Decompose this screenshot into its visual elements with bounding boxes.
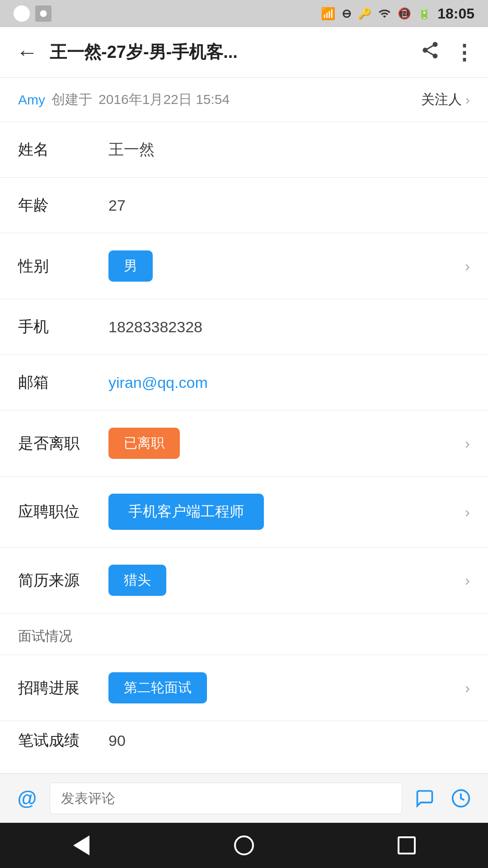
field-written-test-value: 90 <box>108 732 470 750</box>
more-icon[interactable]: ⋮ <box>454 40 474 65</box>
nav-home-icon <box>234 835 254 855</box>
nav-back-button[interactable] <box>63 827 99 863</box>
field-resume-source-label: 简历来源 <box>18 570 108 591</box>
field-written-test-label: 笔试成绩 <box>18 730 108 751</box>
battery-icon: 🔋 <box>418 7 431 20</box>
signal-icon <box>378 7 391 20</box>
field-position[interactable]: 应聘职位 手机客户端工程师 › <box>0 476 488 547</box>
interview-section-header: 面试情况 <box>0 613 488 655</box>
comment-icon-button[interactable] <box>411 785 438 812</box>
status-right-icons: 📶 ⊖ 🔑 📵 🔋 18:05 <box>321 5 474 22</box>
recruitment-badge: 第二轮面试 <box>108 672 207 703</box>
bottom-bar: @ <box>0 773 488 823</box>
share-icon[interactable] <box>420 40 440 64</box>
field-resume-source[interactable]: 简历来源 猎头 › <box>0 547 488 613</box>
app-bar-actions: ⋮ <box>420 40 474 65</box>
comment-input[interactable] <box>50 783 402 814</box>
minus-icon: ⊖ <box>342 7 352 21</box>
field-email-label: 邮箱 <box>18 372 108 393</box>
field-age-value: 27 <box>108 197 470 214</box>
detail-section: 姓名 王一然 年龄 27 性别 男 › 手机 18283382328 邮箱 yi… <box>0 122 488 773</box>
field-gender-value: 男 <box>108 250 465 282</box>
page-title: 王一然-27岁-男-手机客... <box>50 41 420 64</box>
svg-point-0 <box>40 10 47 17</box>
nav-back-icon <box>73 835 89 855</box>
field-age-label: 年龄 <box>18 195 108 216</box>
field-resigned-value: 已离职 <box>108 428 465 459</box>
gender-badge: 男 <box>108 250 153 282</box>
resigned-chevron-icon: › <box>465 434 470 452</box>
field-gender-label: 性别 <box>18 256 108 277</box>
followers-chevron-icon: › <box>465 92 470 108</box>
nav-recents-icon <box>398 836 416 854</box>
gender-chevron-icon: › <box>465 257 470 275</box>
field-written-test: 笔试成绩 90 <box>0 721 488 760</box>
app-bar: ← 王一然-27岁-男-手机客... ⋮ <box>0 27 488 78</box>
meta-row: Amy 创建于 2016年1月22日 15:54 关注人 › <box>0 78 488 122</box>
position-badge: 手机客户端工程师 <box>108 494 264 530</box>
author-name[interactable]: Amy <box>18 92 45 108</box>
field-age: 年龄 27 <box>0 178 488 233</box>
field-resigned[interactable]: 是否离职 已离职 › <box>0 410 488 476</box>
followers-link[interactable]: 关注人 › <box>421 90 470 109</box>
nav-bar <box>0 823 488 868</box>
field-phone-value: 18283382328 <box>108 318 470 336</box>
back-button[interactable]: ← <box>14 39 41 66</box>
field-recruitment-label: 招聘进展 <box>18 678 108 698</box>
resume-source-chevron-icon: › <box>465 571 470 589</box>
position-chevron-icon: › <box>465 503 470 521</box>
bluetooth-icon: 📶 <box>321 7 335 21</box>
field-name-label: 姓名 <box>18 139 108 160</box>
field-name-value: 王一然 <box>108 139 470 160</box>
field-position-label: 应聘职位 <box>18 501 108 522</box>
created-prefix: 创建于 <box>52 90 92 109</box>
followers-label: 关注人 <box>421 90 462 109</box>
resume-source-badge: 猎头 <box>108 565 166 596</box>
field-recruitment-value: 第二轮面试 <box>108 672 465 703</box>
field-position-value: 手机客户端工程师 <box>108 494 465 530</box>
status-left-icons <box>14 5 52 22</box>
interview-section-label: 面试情况 <box>18 628 72 643</box>
nav-home-button[interactable] <box>226 827 262 863</box>
field-recruitment-progress[interactable]: 招聘进展 第二轮面试 › <box>0 655 488 721</box>
meta-left: Amy 创建于 2016年1月22日 15:54 <box>18 90 230 109</box>
back-arrow-icon: ← <box>16 42 38 63</box>
time-display: 18:05 <box>437 5 474 22</box>
field-email-value[interactable]: yiran@qq.com <box>108 374 470 392</box>
wifi-icon <box>14 5 30 22</box>
field-phone: 手机 18283382328 <box>0 299 488 355</box>
key-icon: 🔑 <box>358 7 371 20</box>
field-resigned-label: 是否离职 <box>18 433 108 454</box>
field-resume-source-value: 猎头 <box>108 565 465 596</box>
resigned-badge: 已离职 <box>108 428 180 459</box>
status-bar: 📶 ⊖ 🔑 📵 🔋 18:05 <box>0 0 488 27</box>
signal-x-icon: 📵 <box>398 7 411 20</box>
created-date: 2016年1月22日 15:54 <box>99 90 230 109</box>
at-button[interactable]: @ <box>14 785 41 812</box>
field-phone-label: 手机 <box>18 316 108 337</box>
status-icon2 <box>35 5 52 22</box>
field-gender[interactable]: 性别 男 › <box>0 233 488 299</box>
at-symbol: @ <box>18 787 37 810</box>
recruitment-chevron-icon: › <box>465 679 470 697</box>
field-name: 姓名 王一然 <box>0 122 488 178</box>
field-email: 邮箱 yiran@qq.com <box>0 355 488 410</box>
nav-recents-button[interactable] <box>389 827 425 863</box>
clock-icon-button[interactable] <box>447 785 474 812</box>
